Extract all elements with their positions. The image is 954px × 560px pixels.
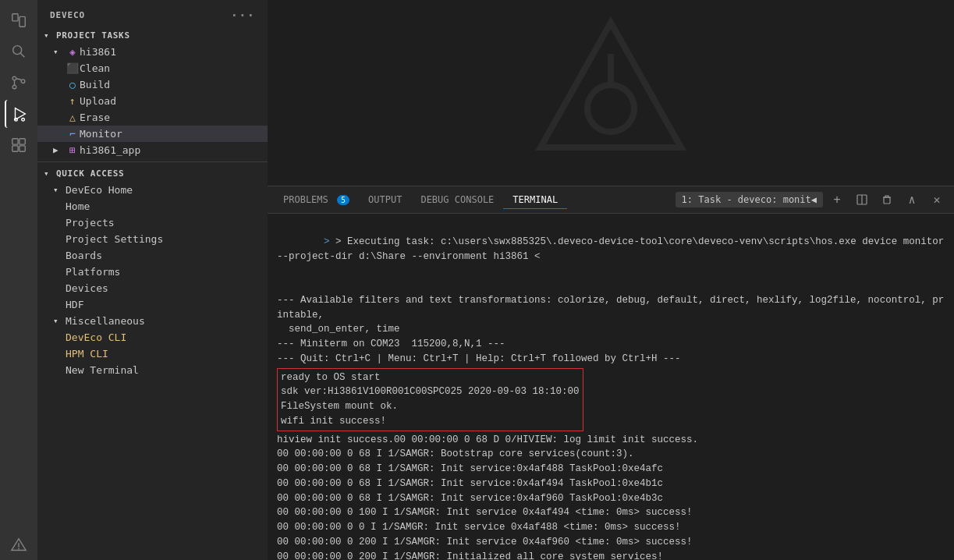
hi3861-group[interactable]: ▾ ◈ hi3861 bbox=[37, 44, 268, 60]
project-settings-item[interactable]: Project Settings bbox=[37, 231, 268, 247]
quick-access-header[interactable]: ▾ QUICK ACCESS bbox=[37, 165, 268, 182]
hpm-cli-label: HPM CLI bbox=[66, 348, 108, 360]
tab-output[interactable]: OUTPUT bbox=[359, 191, 411, 209]
sidebar-separator bbox=[37, 161, 268, 162]
monitor-item[interactable]: ⌐ Monitor bbox=[37, 126, 268, 142]
svg-rect-11 bbox=[20, 139, 25, 144]
hpm-cli-item[interactable]: HPM CLI bbox=[37, 346, 268, 362]
project-settings-label: Project Settings bbox=[66, 233, 163, 245]
miscellaneous-chevron: ▾ bbox=[53, 316, 66, 326]
terminal-exec-line: > > Executing task: c:\users\swx885325\.… bbox=[277, 220, 945, 278]
log-line-7: 00 00:00:00 0 200 I 1/SAMGR: Init servic… bbox=[277, 535, 945, 550]
project-tasks-header[interactable]: ▾ PROJECT TASKS bbox=[37, 27, 268, 44]
boards-item[interactable]: Boards bbox=[37, 247, 268, 264]
devices-item[interactable]: Devices bbox=[37, 280, 268, 296]
close-terminal-button[interactable]: ✕ bbox=[926, 190, 948, 209]
svg-point-18 bbox=[587, 85, 634, 132]
hi3861-label: hi3861 bbox=[80, 46, 116, 58]
deveco-icon[interactable] bbox=[5, 532, 33, 560]
terminal-actions: 1: Task - deveco: monit◀ + ∧ bbox=[676, 190, 948, 209]
terminal-panel: PROBLEMS 5 OUTPUT DEBUG CONSOLE TERMINAL… bbox=[268, 186, 954, 560]
devices-label: Devices bbox=[66, 282, 108, 294]
sidebar-more-icon[interactable]: ··· bbox=[230, 8, 255, 23]
svg-rect-12 bbox=[12, 146, 18, 151]
miscellaneous-label: Miscellaneous bbox=[66, 315, 145, 327]
erase-icon: △ bbox=[66, 112, 80, 123]
projects-item[interactable]: Projects bbox=[37, 214, 268, 231]
monitor-label: Monitor bbox=[80, 128, 122, 140]
highlight-line-1: ready to OS start bbox=[281, 370, 580, 385]
build-label: Build bbox=[80, 79, 110, 90]
hi3861-app-icon: ⊞ bbox=[66, 144, 80, 156]
sidebar: DEVECO ··· ▾ PROJECT TASKS ▾ ◈ hi3861 ⬛ … bbox=[37, 0, 268, 560]
activity-bar bbox=[0, 0, 37, 560]
log-line-6: 00 00:00:00 0 0 I 1/SAMGR: Init service … bbox=[277, 520, 945, 535]
terminal-session-label: 1: Task - deveco: monit◀ bbox=[682, 194, 817, 205]
sidebar-title: DEVECO bbox=[50, 10, 85, 20]
platforms-item[interactable]: Platforms bbox=[37, 264, 268, 280]
deveco-home-chevron: ▾ bbox=[53, 185, 66, 195]
hi3861-app-label: hi3861_app bbox=[80, 144, 140, 156]
terminal-filters-line: --- Available filters and text transform… bbox=[277, 293, 945, 323]
split-terminal-button[interactable] bbox=[851, 190, 873, 209]
output-tab-label: OUTPUT bbox=[368, 194, 402, 205]
terminal-body[interactable]: > > Executing task: c:\users\swx885325\.… bbox=[268, 214, 954, 560]
extensions-icon[interactable] bbox=[5, 131, 33, 159]
build-item[interactable]: ○ Build bbox=[37, 76, 268, 93]
debug-console-tab-label: DEBUG CONSOLE bbox=[420, 194, 494, 205]
terminal-tab-label: TERMINAL bbox=[512, 194, 558, 205]
run-debug-icon[interactable] bbox=[5, 100, 33, 128]
svg-rect-22 bbox=[884, 197, 890, 204]
quick-access-label: QUICK ACCESS bbox=[56, 168, 124, 179]
terminal-session-selector[interactable]: 1: Task - deveco: monit◀ bbox=[676, 192, 823, 207]
miscellaneous-group[interactable]: ▾ Miscellaneous bbox=[37, 313, 268, 329]
hdf-item[interactable]: HDF bbox=[37, 296, 268, 313]
deveco-cli-label: DevEco CLI bbox=[66, 331, 126, 343]
svg-point-2 bbox=[13, 46, 22, 55]
hi3861-icon: ◈ bbox=[66, 46, 80, 58]
new-terminal-label: New Terminal bbox=[66, 364, 139, 376]
deveco-home-label: DevEco Home bbox=[66, 184, 133, 196]
upload-item[interactable]: ↑ Upload bbox=[37, 93, 268, 109]
search-icon[interactable] bbox=[5, 37, 33, 66]
main-area: PROBLEMS 5 OUTPUT DEBUG CONSOLE TERMINAL… bbox=[268, 0, 954, 560]
svg-point-5 bbox=[12, 85, 16, 89]
svg-rect-1 bbox=[20, 16, 25, 27]
hdf-label: HDF bbox=[66, 299, 83, 310]
hi3861-app-group[interactable]: ▶ ⊞ hi3861_app bbox=[37, 142, 268, 158]
explorer-icon[interactable] bbox=[5, 6, 33, 34]
clean-item[interactable]: ⬛ Clean bbox=[37, 60, 268, 76]
terminal-miniterm-line: --- Miniterm on COM23 115200,8,N,1 --- bbox=[277, 337, 945, 352]
svg-point-4 bbox=[12, 76, 16, 80]
clean-label: Clean bbox=[80, 62, 110, 74]
erase-item[interactable]: △ Erase bbox=[37, 109, 268, 126]
tab-problems[interactable]: PROBLEMS 5 bbox=[274, 191, 359, 209]
log-line-3: 00 00:00:00 0 68 I 1/SAMGR: Init service… bbox=[277, 477, 945, 491]
boards-label: Boards bbox=[66, 250, 102, 261]
add-terminal-button[interactable]: + bbox=[826, 190, 848, 209]
erase-label: Erase bbox=[80, 112, 110, 123]
sidebar-content: ▾ PROJECT TASKS ▾ ◈ hi3861 ⬛ Clean ○ Bui… bbox=[37, 27, 268, 560]
watermark bbox=[533, 15, 689, 171]
project-tasks-label: PROJECT TASKS bbox=[56, 30, 130, 41]
log-line-8: 00 00:00:00 0 200 I 1/SAMGR: Initialized… bbox=[277, 550, 945, 561]
svg-rect-0 bbox=[12, 14, 18, 21]
platforms-label: Platforms bbox=[66, 266, 120, 278]
terminal-quit-line: --- Quit: Ctrl+C | Menu: Ctrl+T | Help: … bbox=[277, 352, 945, 367]
highlight-line-4: wifi init success! bbox=[281, 414, 580, 429]
new-terminal-item[interactable]: New Terminal bbox=[37, 362, 268, 378]
tab-terminal[interactable]: TERMINAL bbox=[503, 191, 567, 209]
upload-icon: ↑ bbox=[66, 95, 80, 107]
deveco-home-group[interactable]: ▾ DevEco Home bbox=[37, 182, 268, 198]
home-item[interactable]: Home bbox=[37, 198, 268, 214]
trash-terminal-button[interactable] bbox=[876, 190, 898, 209]
maximize-terminal-button[interactable]: ∧ bbox=[901, 190, 923, 209]
svg-rect-10 bbox=[12, 139, 18, 144]
deveco-cli-item[interactable]: DevEco CLI bbox=[37, 329, 268, 346]
highlight-line-2: sdk ver:Hi3861V100R001C00SPC025 2020-09-… bbox=[281, 385, 580, 399]
tab-debug-console[interactable]: DEBUG CONSOLE bbox=[411, 191, 503, 209]
log-line-4: 00 00:00:00 0 68 I 1/SAMGR: Init service… bbox=[277, 491, 945, 506]
terminal-tabs-bar: PROBLEMS 5 OUTPUT DEBUG CONSOLE TERMINAL… bbox=[268, 186, 954, 214]
source-control-icon[interactable] bbox=[5, 69, 33, 97]
log-line-2: 00 00:00:00 0 68 I 1/SAMGR: Init service… bbox=[277, 462, 945, 477]
